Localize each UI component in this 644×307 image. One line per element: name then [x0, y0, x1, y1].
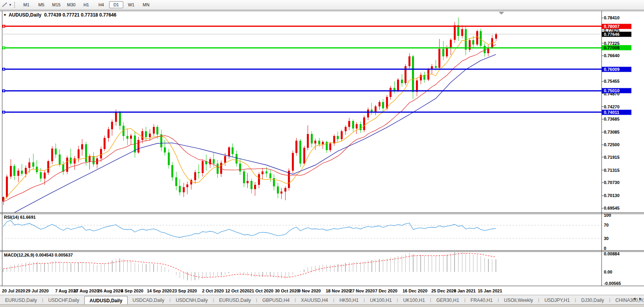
time-axis-label: 29 Jul 2020 [26, 288, 49, 293]
timeframe-button-m30[interactable]: M30 [64, 1, 78, 8]
line-studies-dropdown-icon[interactable]: ▼ [9, 3, 12, 7]
price-axis-tick: 0.71315 [604, 168, 620, 173]
tab-scroll-buttons: ◄ ► [632, 296, 642, 301]
time-axis-label: 12 Oct 2020 [225, 288, 249, 293]
chart-tab-dj30-daily[interactable]: DJ30,Daily [576, 296, 609, 305]
time-axis-label: 4 Sep 2020 [121, 288, 143, 293]
chart-tab-uk100-h1[interactable]: UK100,H1 [365, 296, 397, 305]
time-axis-label: 2 Oct 2020 [202, 288, 224, 293]
chart-tab-usdjpy-h1[interactable]: USDJPY,H1 [539, 296, 575, 305]
chart-tab-uk100-h1[interactable]: UK100,H1 [398, 296, 430, 305]
chart-plot-area[interactable] [2, 11, 601, 291]
chart-tab-ger30-h1[interactable]: GER30,H1 [431, 296, 464, 305]
price-axis-tick: 0.76640 [604, 53, 620, 58]
timeframe-button-h4[interactable]: H4 [94, 1, 108, 8]
macd-axis-tick: 0.00884 [604, 251, 620, 256]
chart-tab-usdchf-daily[interactable]: USDCHF,Daily [43, 296, 85, 305]
timeframe-button-m15[interactable]: M15 [49, 1, 63, 8]
price-axis-tick: 0.71915 [604, 155, 620, 160]
timeframe-button-m1[interactable]: M1 [19, 1, 33, 8]
rsi-indicator-label: RSI(14) 61.6691 [4, 215, 36, 220]
timeframe-button-d1[interactable]: D1 [109, 1, 123, 8]
status-bar [0, 304, 644, 307]
time-axis-label: 18 Nov 2020 [326, 288, 351, 293]
rsi-axis-tick: 70 [604, 223, 609, 227]
time-axis-label: 7 Dec 2020 [375, 288, 397, 293]
time-axis-label: 6 Jan 2021 [454, 288, 476, 293]
current-price-badge: 0.77646 [602, 32, 631, 37]
chart-tab-usdcad-daily[interactable]: USDCAD,Daily [128, 296, 170, 305]
time-axis-label: 9 Nov 2020 [298, 288, 321, 293]
chart-window: ▼AUDUSD,Daily 0.77439 0.77721 0.77318 0.… [0, 10, 644, 295]
rsi-axis-tick: 0 [604, 246, 606, 251]
time-axis-label: 20 Jul 2020 [2, 288, 25, 293]
chart-tab-usoil-weekly[interactable]: USOil,Weekly [499, 296, 538, 305]
time-axis-label: 26 Aug 2020 [98, 288, 123, 293]
time-axis-label: 14 Sep 2020 [147, 288, 172, 293]
price-axis-tick: 0.73085 [604, 130, 620, 134]
price-axis-tick: 0.72500 [604, 142, 620, 147]
chart-ohlc-readout: AUDUSD,Daily 0.77439 0.77721 0.77318 0.7… [9, 12, 117, 18]
hline-price-badge: 0.78007 [602, 24, 631, 29]
hline-price-badge: 0.75010 [602, 88, 631, 93]
time-axis-label: 17 Aug 2020 [74, 288, 99, 293]
macd-axis-tick: 0.00 [604, 270, 612, 274]
chart-tab-hk50-h1[interactable]: HK50,H1 [334, 296, 364, 305]
chart-tab-gbpusd-h4[interactable]: GBPUSD,H4 [257, 296, 295, 305]
rsi-axis-tick: 100 [604, 213, 611, 218]
time-axis-label: 21 Oct 2020 [249, 288, 273, 293]
time-axis-label: 15 Jan 2021 [478, 288, 502, 293]
chart-tab-bar: EURUSD,Daily|USDCHF,DailyAUDUSD,DailyUSD… [0, 295, 644, 305]
hline-price-badge: 0.77008 [602, 45, 631, 50]
toolbar-grip[interactable] [14, 2, 15, 8]
chart-tab-xauusd-h4[interactable]: XAUUSD,H4 [296, 296, 333, 305]
chart-tab-eurusd-daily[interactable]: EURUSD,Daily [0, 296, 42, 305]
chart-tab-fra40-h1[interactable]: FRA40,H1 [466, 296, 498, 305]
timeframe-button-h1[interactable]: H1 [79, 1, 93, 8]
chart-tab-eurusd-daily[interactable]: EURUSD,Daily [214, 296, 256, 305]
tab-scroll-right-icon[interactable]: ► [638, 296, 642, 301]
hline-price-badge: 0.76009 [602, 67, 631, 72]
price-axis-tick: 0.75455 [604, 79, 620, 84]
price-axis-tick: 0.77225 [604, 41, 620, 46]
chart-title: ▼AUDUSD,Daily 0.77439 0.77721 0.77318 0.… [3, 12, 116, 18]
timeframe-button-mn[interactable]: MN [139, 1, 153, 8]
time-axis-label: 23 Sep 2020 [172, 288, 197, 293]
hline-price-badge: 0.74011 [602, 110, 631, 115]
price-axis-tick: 0.69545 [604, 206, 620, 210]
time-axis-label: 16 Dec 2020 [403, 288, 427, 293]
macd-axis-tick: -0.00565 [604, 281, 621, 286]
chart-tab-audusd-daily[interactable]: AUDUSD,Daily [84, 296, 127, 305]
price-axis-tick: 0.70730 [604, 180, 620, 185]
price-axis-tick: 0.73685 [604, 117, 620, 121]
line-studies-icon[interactable] [2, 2, 8, 8]
timeframe-toolbar: ▼ M1M5M15M30H1H4D1W1MN [0, 0, 644, 10]
time-axis-label: 25 Dec 2020 [431, 288, 456, 293]
time-axis-label: 30 Oct 2020 [275, 288, 299, 293]
rsi-axis-tick: 30 [604, 236, 609, 241]
price-axis-tick: 0.70130 [604, 193, 620, 198]
price-axis-tick: 0.74270 [604, 104, 620, 109]
chart-collapse-icon[interactable]: ▼ [3, 13, 7, 17]
time-axis-label: 27 Nov 2020 [350, 288, 375, 293]
macd-indicator-label: MACD(12,26,9) 0.004543 0.005637 [4, 253, 73, 257]
tab-scroll-left-icon[interactable]: ◄ [632, 296, 636, 301]
chart-tab-usdcnh-daily[interactable]: USDCNH,Daily [171, 296, 213, 305]
timeframe-buttons: M1M5M15M30H1H4D1W1MN [19, 1, 154, 8]
price-axis-tick: 0.78410 [604, 15, 620, 20]
timeframe-button-w1[interactable]: W1 [124, 1, 138, 8]
timeframe-button-m5[interactable]: M5 [34, 1, 48, 8]
